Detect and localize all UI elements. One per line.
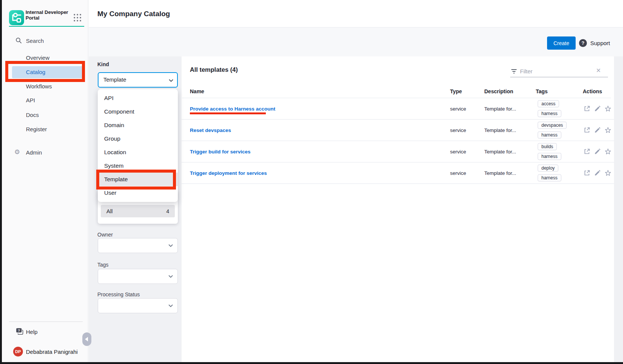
filter-underline <box>510 77 608 77</box>
launch-icon[interactable] <box>584 105 590 112</box>
template-tags: devspacesharness <box>538 122 567 139</box>
kind-count-all-row[interactable]: All 4 <box>101 205 175 217</box>
scroll-gutter <box>614 56 623 362</box>
template-description: Template for... <box>484 127 516 133</box>
chevron-down-icon <box>167 273 174 281</box>
launch-icon[interactable] <box>584 170 590 176</box>
table-row: Trigger build for services service Templ… <box>182 141 614 162</box>
sidebar-item-api[interactable]: API <box>26 97 82 104</box>
filter-icon <box>511 68 517 76</box>
kind-option-system[interactable]: System <box>98 159 178 173</box>
kind-option-location[interactable]: Location <box>98 146 178 159</box>
edit-pencil-icon[interactable] <box>594 170 601 176</box>
apps-grid-icon[interactable] <box>73 14 82 22</box>
chevron-down-icon <box>167 303 174 310</box>
row-actions <box>584 148 611 155</box>
star-icon[interactable] <box>605 127 611 133</box>
owner-filter-label: Owner <box>97 232 113 238</box>
filter-input[interactable] <box>520 66 595 76</box>
kind-option-domain[interactable]: Domain <box>98 118 178 132</box>
template-type: service <box>450 149 466 155</box>
launch-icon[interactable] <box>584 148 590 155</box>
tags-select[interactable] <box>98 269 178 284</box>
sidebar-item-register[interactable]: Register <box>26 126 82 133</box>
star-icon[interactable] <box>605 105 611 112</box>
tag-pill-builds: builds <box>538 143 557 150</box>
launch-icon[interactable] <box>584 127 590 133</box>
sidebar-item-admin[interactable]: Admin <box>26 149 82 156</box>
template-type: service <box>450 106 466 112</box>
kind-dropdown-menu: APIComponentDomainGroupLocationSystemTem… <box>98 89 178 202</box>
svg-text:?: ? <box>18 329 20 332</box>
kind-option-api[interactable]: API <box>98 91 178 105</box>
star-icon[interactable] <box>605 170 611 176</box>
tag-pill-harness: harness <box>538 132 561 139</box>
column-header-description: Description <box>484 88 513 94</box>
window-edge-bottom <box>0 362 623 364</box>
user-name[interactable]: Debabrata Panigrahi <box>26 349 78 355</box>
user-avatar[interactable]: DP <box>13 347 23 356</box>
tag-pill-deploy: deploy <box>538 165 558 172</box>
sidebar-divider <box>9 322 83 322</box>
table-body: Provide access to Harness account servic… <box>182 98 614 184</box>
kind-select-value: Template <box>103 76 126 83</box>
kind-filter-label: Kind <box>97 61 109 67</box>
template-name-link[interactable]: Provide access to Harness account <box>190 106 275 112</box>
search-label: Search <box>26 38 44 44</box>
row-actions <box>584 105 611 112</box>
template-name-link[interactable]: Reset devspaces <box>190 127 231 133</box>
tags-filter-label: Tags <box>97 262 109 268</box>
edit-pencil-icon[interactable] <box>594 148 601 155</box>
processing-status-filter-label: Processing Status <box>97 291 140 297</box>
tag-pill-harness: harness <box>538 174 561 182</box>
edit-pencil-icon[interactable] <box>594 105 601 112</box>
create-button[interactable]: Create <box>547 36 576 50</box>
template-name-link[interactable]: Trigger build for services <box>190 149 250 155</box>
column-header-name: Name <box>190 88 204 94</box>
processing-status-select[interactable] <box>98 298 178 313</box>
kind-select[interactable]: Template <box>98 72 178 88</box>
template-name-link[interactable]: Trigger deployment for services <box>190 170 267 176</box>
row-actions <box>584 170 611 176</box>
sidebar-item-docs[interactable]: Docs <box>26 112 82 118</box>
template-type: service <box>450 127 466 133</box>
tag-pill-harness: harness <box>538 110 561 117</box>
search-icon <box>15 37 22 45</box>
help-label[interactable]: Help <box>26 329 38 335</box>
owner-select[interactable] <box>98 238 178 253</box>
app-logo-icon[interactable] <box>9 10 24 25</box>
column-header-tags: Tags <box>536 88 548 94</box>
logo-divider <box>9 26 84 27</box>
clear-filter-icon[interactable]: ✕ <box>596 67 601 74</box>
chevron-left-icon <box>85 337 88 341</box>
column-header-actions: Actions <box>583 88 602 94</box>
kind-option-template[interactable]: Template <box>98 173 178 186</box>
toolbar-band <box>89 27 623 56</box>
sidebar-item-workflows[interactable]: Workflows <box>26 83 82 90</box>
support-label: Support <box>590 40 610 46</box>
edit-pencil-icon[interactable] <box>594 127 601 133</box>
kind-count-all-value: 4 <box>166 208 169 214</box>
app-title: Internal Developer Portal <box>26 9 69 21</box>
template-description: Template for... <box>484 106 516 112</box>
template-description: Template for... <box>484 170 516 176</box>
row-actions <box>584 127 611 133</box>
tag-pill-access: access <box>538 100 559 108</box>
sidebar-item-catalog[interactable]: Catalog <box>26 69 45 75</box>
tag-pill-harness: harness <box>538 153 561 160</box>
template-type: service <box>450 170 466 176</box>
sidebar-item-overview[interactable]: Overview <box>26 55 82 61</box>
gear-icon: ⚙ <box>14 148 20 156</box>
kind-option-group[interactable]: Group <box>98 132 178 146</box>
sidebar-collapse-handle[interactable] <box>82 332 91 346</box>
table-row: Provide access to Harness account servic… <box>182 98 614 120</box>
window-edge-left <box>0 0 2 364</box>
help-icon: ? <box>15 328 24 337</box>
sidebar-item-search[interactable]: Search <box>13 36 81 46</box>
kind-option-component[interactable]: Component <box>98 105 178 118</box>
template-description: Template for... <box>484 149 516 155</box>
star-icon[interactable] <box>605 148 611 155</box>
kind-option-user[interactable]: User <box>98 186 178 200</box>
tag-pill-devspaces: devspaces <box>538 122 567 129</box>
page-title: My Company Catalog <box>97 10 170 18</box>
